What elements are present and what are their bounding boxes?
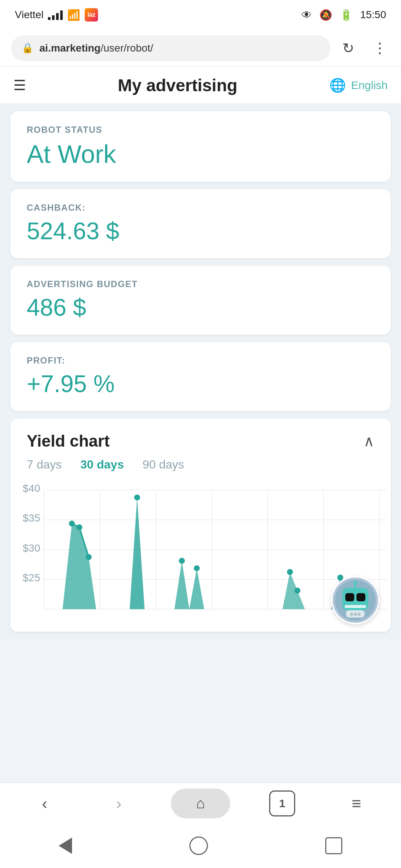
cashback-card: CASHBACK: 524.63 $ bbox=[10, 189, 391, 258]
status-bar: Viettel 📶 laz 👁 🔕 🔋 15:50 bbox=[0, 0, 401, 30]
status-left: Viettel 📶 laz bbox=[15, 8, 98, 22]
svg-point-42 bbox=[358, 613, 361, 616]
tabs-badge: 1 bbox=[269, 790, 295, 816]
yield-chart-svg: $40 $35 $30 $25 bbox=[14, 483, 387, 632]
svg-rect-35 bbox=[356, 593, 365, 601]
svg-point-38 bbox=[353, 581, 357, 585]
svg-text:$30: $30 bbox=[23, 542, 40, 554]
cashback-value: 524.63 $ bbox=[27, 217, 374, 245]
svg-point-21 bbox=[134, 494, 140, 500]
tab-90days[interactable]: 90 days bbox=[143, 458, 184, 471]
robot-status-label: ROBOT STATUS bbox=[27, 125, 374, 135]
profit-label: PROFIT: bbox=[27, 355, 374, 366]
browser-menu-button[interactable]: ≡ bbox=[334, 789, 379, 818]
bell-icon: 🔕 bbox=[319, 9, 332, 21]
robot-status-card: ROBOT STATUS At Work bbox=[10, 111, 391, 182]
chart-tabs: 7 days 30 days 90 days bbox=[10, 458, 391, 483]
svg-point-19 bbox=[86, 554, 92, 560]
svg-text:$25: $25 bbox=[23, 572, 40, 583]
yield-chart-section: Yield chart ∧ 7 days 30 days 90 days bbox=[10, 418, 391, 632]
lock-icon: 🔒 bbox=[22, 42, 33, 54]
tab-7days[interactable]: 7 days bbox=[27, 458, 62, 471]
laz-badge: laz bbox=[85, 8, 98, 22]
bottom-nav: ‹ › ⌂ 1 ≡ bbox=[0, 783, 401, 823]
language-selector[interactable]: 🌐 English bbox=[329, 78, 388, 93]
android-home-button[interactable] bbox=[189, 836, 208, 855]
svg-marker-20 bbox=[130, 497, 144, 609]
tabs-button[interactable]: 1 bbox=[260, 789, 304, 818]
profit-card: PROFIT: +7.95 % bbox=[10, 342, 391, 411]
svg-rect-36 bbox=[345, 605, 366, 608]
browser-actions: ↻ ⋮ bbox=[338, 38, 390, 58]
carrier-label: Viettel bbox=[15, 9, 43, 21]
globe-icon: 🌐 bbox=[329, 78, 346, 93]
language-label: English bbox=[351, 79, 388, 92]
chart-header: Yield chart ∧ bbox=[10, 432, 391, 458]
forward-button[interactable]: › bbox=[97, 789, 141, 818]
eye-icon: 👁 bbox=[301, 9, 312, 21]
profit-value: +7.95 % bbox=[27, 370, 374, 398]
svg-point-41 bbox=[354, 613, 357, 616]
menu-icon[interactable]: ☰ bbox=[13, 77, 26, 93]
signal-icon bbox=[48, 10, 63, 20]
home-button[interactable]: ⌂ bbox=[171, 789, 230, 818]
tabs-count: 1 bbox=[279, 797, 286, 810]
svg-text:$40: $40 bbox=[23, 483, 40, 494]
main-content: ROBOT STATUS At Work CASHBACK: 524.63 $ … bbox=[0, 104, 401, 639]
advertising-budget-card: ADVERTISING BUDGET 486 $ bbox=[10, 266, 391, 335]
svg-marker-26 bbox=[283, 572, 305, 609]
robot-status-value: At Work bbox=[27, 139, 374, 168]
status-right: 👁 🔕 🔋 15:50 bbox=[301, 9, 386, 21]
url-domain: ai.marketing bbox=[39, 42, 101, 54]
url-bar[interactable]: 🔒 ai.marketing/user/robot/ bbox=[11, 35, 330, 61]
cashback-label: CASHBACK: bbox=[27, 203, 374, 213]
svg-point-24 bbox=[179, 558, 185, 564]
url-text: ai.marketing/user/robot/ bbox=[39, 42, 153, 54]
advertising-budget-value: 486 $ bbox=[27, 294, 374, 321]
svg-text:$35: $35 bbox=[23, 512, 40, 524]
tab-30days[interactable]: 30 days bbox=[80, 458, 124, 471]
svg-point-17 bbox=[69, 520, 75, 526]
svg-point-40 bbox=[350, 613, 353, 616]
url-path: /user/robot/ bbox=[101, 42, 153, 54]
svg-point-27 bbox=[287, 569, 293, 575]
browser-bar: 🔒 ai.marketing/user/robot/ ↻ ⋮ bbox=[0, 30, 401, 67]
advertising-budget-label: ADVERTISING BUDGET bbox=[27, 279, 374, 289]
svg-marker-22 bbox=[175, 561, 189, 609]
android-back-button[interactable] bbox=[59, 838, 72, 854]
robot-avatar[interactable] bbox=[331, 576, 379, 624]
android-nav-bar bbox=[0, 823, 401, 868]
time-label: 15:50 bbox=[360, 9, 386, 21]
svg-point-18 bbox=[76, 524, 82, 530]
svg-point-28 bbox=[294, 588, 300, 594]
svg-rect-34 bbox=[345, 593, 354, 601]
refresh-button[interactable]: ↻ bbox=[338, 38, 358, 58]
page-title: My advertising bbox=[118, 75, 237, 95]
wifi-icon: 📶 bbox=[67, 9, 80, 21]
app-header: ☰ My advertising 🌐 English bbox=[0, 67, 401, 104]
svg-marker-16 bbox=[63, 523, 96, 609]
collapse-icon[interactable]: ∧ bbox=[363, 433, 374, 450]
more-button[interactable]: ⋮ bbox=[369, 38, 390, 58]
battery-icon: 🔋 bbox=[340, 9, 353, 21]
svg-point-25 bbox=[194, 565, 200, 571]
android-recents-button[interactable] bbox=[325, 837, 342, 854]
chart-area: $40 $35 $30 $25 bbox=[10, 483, 391, 632]
svg-marker-23 bbox=[189, 568, 204, 609]
back-button[interactable]: ‹ bbox=[22, 789, 67, 818]
chart-title: Yield chart bbox=[27, 432, 110, 450]
